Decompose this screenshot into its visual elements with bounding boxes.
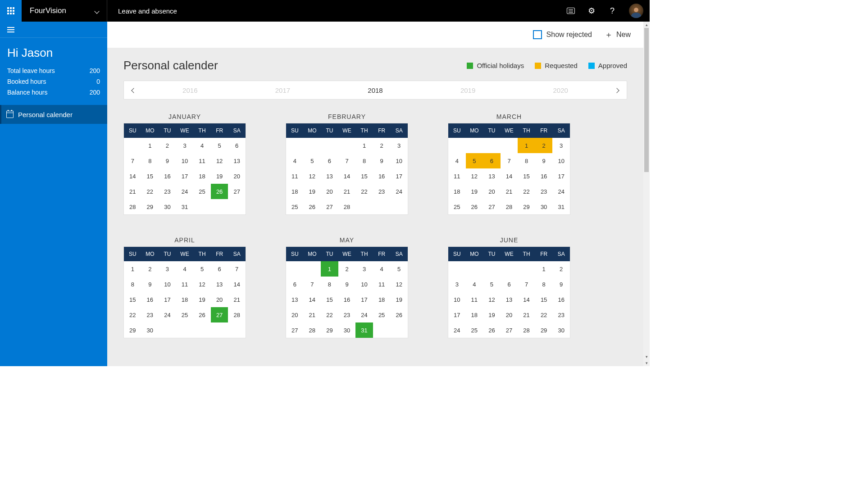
day-cell[interactable]: 22 <box>535 307 553 322</box>
day-cell[interactable]: 21 <box>518 307 535 322</box>
day-cell[interactable]: 28 <box>228 307 246 322</box>
day-cell[interactable]: 3 <box>176 138 194 153</box>
day-cell[interactable]: 6 <box>211 261 228 277</box>
day-cell[interactable]: 19 <box>466 184 483 199</box>
day-cell[interactable]: 6 <box>286 277 304 292</box>
day-cell[interactable]: 22 <box>355 184 373 199</box>
day-cell[interactable]: 8 <box>321 277 338 292</box>
day-cell[interactable]: 5 <box>483 277 501 292</box>
day-cell[interactable]: 2 <box>141 261 159 277</box>
day-cell[interactable]: 11 <box>373 277 391 292</box>
day-cell[interactable]: 5 <box>193 261 211 277</box>
day-cell[interactable]: 4 <box>193 138 211 153</box>
day-cell[interactable]: 20 <box>321 184 338 199</box>
year-2017[interactable]: 2017 <box>275 86 290 94</box>
day-cell[interactable]: 2 <box>535 138 553 153</box>
day-cell[interactable]: 26 <box>483 322 501 338</box>
vertical-scrollbar[interactable]: ▴ ▾ <box>643 22 650 360</box>
day-cell[interactable]: 6 <box>321 153 338 168</box>
day-cell[interactable]: 18 <box>448 184 466 199</box>
day-cell[interactable]: 24 <box>390 184 408 199</box>
day-cell[interactable]: 7 <box>304 277 321 292</box>
day-cell[interactable]: 30 <box>159 199 176 214</box>
day-cell[interactable]: 17 <box>448 307 466 322</box>
day-cell[interactable]: 1 <box>518 138 535 153</box>
day-cell[interactable]: 28 <box>304 322 321 338</box>
day-cell[interactable]: 4 <box>176 261 194 277</box>
day-cell[interactable]: 13 <box>228 153 246 168</box>
day-cell[interactable]: 18 <box>466 307 483 322</box>
day-cell[interactable]: 28 <box>501 199 518 214</box>
day-cell[interactable]: 30 <box>141 322 159 338</box>
day-cell[interactable]: 18 <box>176 292 194 307</box>
day-cell[interactable]: 19 <box>211 168 228 184</box>
day-cell[interactable]: 17 <box>390 168 408 184</box>
day-cell[interactable]: 22 <box>518 184 535 199</box>
day-cell[interactable]: 7 <box>338 153 356 168</box>
day-cell[interactable]: 22 <box>141 184 159 199</box>
day-cell[interactable]: 25 <box>193 184 211 199</box>
day-cell[interactable]: 8 <box>355 153 373 168</box>
day-cell[interactable]: 15 <box>141 168 159 184</box>
day-cell[interactable]: 7 <box>124 153 141 168</box>
day-cell[interactable]: 10 <box>448 292 466 307</box>
day-cell[interactable]: 15 <box>355 168 373 184</box>
year-2016[interactable]: 2016 <box>182 86 197 94</box>
day-cell[interactable]: 11 <box>193 153 211 168</box>
day-cell[interactable]: 8 <box>124 277 141 292</box>
day-cell[interactable]: 5 <box>466 153 483 168</box>
day-cell[interactable]: 19 <box>304 184 321 199</box>
day-cell[interactable]: 4 <box>286 153 304 168</box>
day-cell[interactable]: 13 <box>321 168 338 184</box>
day-cell[interactable]: 31 <box>176 199 194 214</box>
day-cell[interactable]: 14 <box>304 292 321 307</box>
day-cell[interactable]: 16 <box>552 292 570 307</box>
day-cell[interactable]: 26 <box>193 307 211 322</box>
app-launcher[interactable] <box>0 0 22 22</box>
day-cell[interactable]: 24 <box>159 307 176 322</box>
day-cell[interactable]: 3 <box>448 277 466 292</box>
day-cell[interactable]: 7 <box>501 153 518 168</box>
day-cell[interactable]: 14 <box>124 168 141 184</box>
day-cell[interactable]: 18 <box>193 168 211 184</box>
day-cell[interactable]: 22 <box>124 307 141 322</box>
scroll-up-button[interactable]: ▴ <box>643 22 650 28</box>
brand-dropdown[interactable]: FourVision <box>22 0 107 22</box>
day-cell[interactable]: 6 <box>228 138 246 153</box>
sidebar-toggle[interactable] <box>0 22 107 38</box>
day-cell[interactable]: 19 <box>193 292 211 307</box>
day-cell[interactable]: 25 <box>448 199 466 214</box>
day-cell[interactable]: 27 <box>501 322 518 338</box>
day-cell[interactable]: 9 <box>373 153 391 168</box>
day-cell[interactable]: 29 <box>535 322 553 338</box>
day-cell[interactable]: 1 <box>535 261 553 277</box>
day-cell[interactable]: 25 <box>373 307 391 322</box>
day-cell[interactable]: 11 <box>466 292 483 307</box>
day-cell[interactable]: 25 <box>466 322 483 338</box>
day-cell[interactable]: 17 <box>159 292 176 307</box>
day-cell[interactable]: 12 <box>304 168 321 184</box>
day-cell[interactable]: 14 <box>501 168 518 184</box>
year-2019[interactable]: 2019 <box>460 86 475 94</box>
day-cell[interactable]: 20 <box>211 292 228 307</box>
day-cell[interactable]: 21 <box>501 184 518 199</box>
year-2020[interactable]: 2020 <box>553 86 568 94</box>
day-cell[interactable]: 12 <box>193 277 211 292</box>
day-cell[interactable]: 26 <box>211 184 228 199</box>
day-cell[interactable]: 29 <box>321 322 338 338</box>
day-cell[interactable]: 18 <box>373 292 391 307</box>
day-cell[interactable]: 20 <box>286 307 304 322</box>
day-cell[interactable]: 19 <box>483 307 501 322</box>
day-cell[interactable]: 10 <box>552 153 570 168</box>
day-cell[interactable]: 2 <box>552 261 570 277</box>
day-cell[interactable]: 10 <box>159 277 176 292</box>
day-cell[interactable]: 26 <box>304 199 321 214</box>
day-cell[interactable]: 12 <box>466 168 483 184</box>
day-cell[interactable]: 20 <box>483 184 501 199</box>
day-cell[interactable]: 21 <box>304 307 321 322</box>
day-cell[interactable]: 6 <box>483 153 501 168</box>
day-cell[interactable]: 15 <box>124 292 141 307</box>
day-cell[interactable]: 26 <box>390 307 408 322</box>
day-cell[interactable]: 27 <box>321 199 338 214</box>
day-cell[interactable]: 9 <box>535 153 553 168</box>
